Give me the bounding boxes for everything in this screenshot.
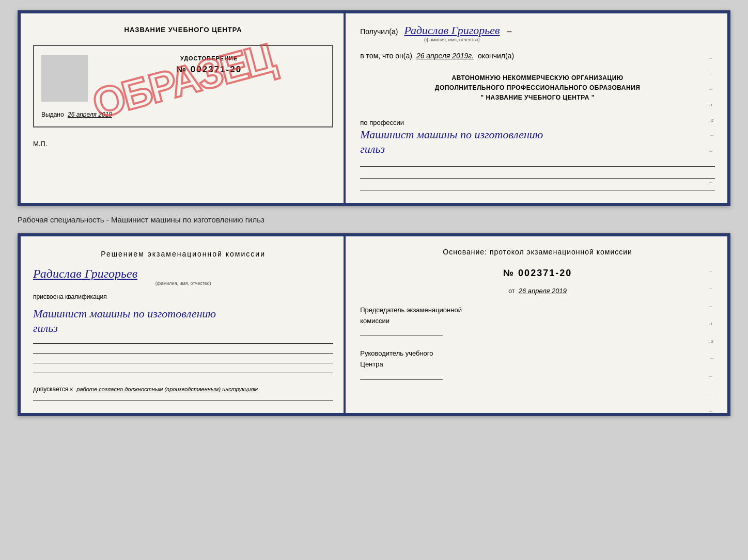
certificate-block: УДОСТОВЕРЕНИЕ № 002371-20 Выдано 26 апре… — [33, 45, 333, 127]
top-doc-right: Получил(а) Радислав Григорьев (фамилия, … — [346, 13, 727, 203]
bottom-name-block: Радислав Григорьев (фамилия, имя, отчест… — [33, 267, 333, 286]
bottom-doc-left: Решением экзаменационной комиссии Радисл… — [21, 236, 346, 413]
decision-title: Решением экзаменационной комиссии — [33, 249, 333, 260]
qualification-block: Машинист машины по изготовлению гильз — [33, 307, 333, 336]
top-doc-left: НАЗВАНИЕ УЧЕБНОГО ЦЕНТРА УДОСТОВЕРЕНИЕ №… — [21, 13, 346, 203]
chairman-block: Председатель экзаменационной комиссии — [360, 305, 715, 339]
bottom-doc-right: Основание: протокол экзаменационной коми… — [346, 236, 727, 413]
bottom-recipient-name: Радислав Григорьев — [33, 267, 137, 281]
profession-text2: гильз — [360, 142, 715, 157]
stamp-area: УДОСТОВЕРЕНИЕ № 002371-20 Выдано 26 апре… — [33, 45, 333, 127]
side-marks: – – – и ,а ← – – – — [709, 55, 715, 185]
director-signature-line — [360, 379, 443, 380]
bottom-line-3 — [33, 363, 333, 363]
top-document: НАЗВАНИЕ УЧЕБНОГО ЦЕНТРА УДОСТОВЕРЕНИЕ №… — [18, 10, 730, 206]
qualification-label: присвоена квалификация — [33, 293, 333, 300]
bottom-document: Решением экзаменационной комиссии Радисл… — [18, 233, 730, 416]
chairman-signature-line — [360, 335, 443, 336]
name-caption: (фамилия, имя, отчество) — [424, 37, 480, 42]
issued-line: Выдано 26 апреля 2019 — [41, 111, 325, 118]
doc-line-2 — [360, 178, 715, 179]
cert-number: № 002371-20 — [176, 65, 242, 75]
doc-line-3 — [360, 190, 715, 190]
mp-line: М.П. — [33, 140, 333, 148]
photo-placeholder — [41, 55, 88, 102]
doc-line-1 — [360, 166, 715, 167]
bottom-name-caption: (фамилия, имя, отчество) — [155, 281, 211, 286]
top-left-title: НАЗВАНИЕ УЧЕБНОГО ЦЕНТРА — [33, 26, 333, 34]
protocol-number: № 002371-20 — [360, 268, 715, 279]
qual-text2: гильз — [33, 321, 333, 336]
profession-text: Машинист машины по изготовлению — [360, 127, 715, 142]
admission-block: допускается к работе согласно должностны… — [33, 386, 333, 393]
profession-label: по профессии — [360, 119, 715, 126]
profession-block: по профессии Машинист машины по изготовл… — [360, 119, 715, 157]
protocol-date: от 26 апреля 2019 — [360, 287, 715, 295]
specialty-label: Рабочая специальность - Машинист машины … — [18, 215, 730, 224]
recipient-name: Радислав Григорьев — [404, 24, 500, 37]
bottom-line-4 — [33, 373, 333, 373]
bottom-line-2 — [33, 353, 333, 354]
bottom-line-5 — [33, 400, 333, 401]
basis-title: Основание: протокол экзаменационной коми… — [360, 247, 715, 258]
date-line: в том, что он(а) 26 апреля 2019г. окончи… — [360, 52, 715, 60]
qual-text: Машинист машины по изготовлению — [33, 307, 333, 322]
issue-date: 26 апреля 2019г. — [416, 52, 474, 60]
org-block: АВТОНОМНУЮ НЕКОММЕРЧЕСКУЮ ОРГАНИЗАЦИЮ ДО… — [360, 73, 715, 103]
cert-subtitle: УДОСТОВЕРЕНИЕ — [180, 55, 238, 61]
bottom-line-1 — [33, 343, 333, 344]
bottom-side-marks: – – – и ,а ← – – – — [709, 267, 715, 414]
received-line: Получил(а) Радислав Григорьев (фамилия, … — [360, 24, 715, 42]
admission-text: работе согласно должностным (производств… — [76, 386, 258, 392]
director-block: Руководитель учебного Центра — [360, 348, 715, 382]
